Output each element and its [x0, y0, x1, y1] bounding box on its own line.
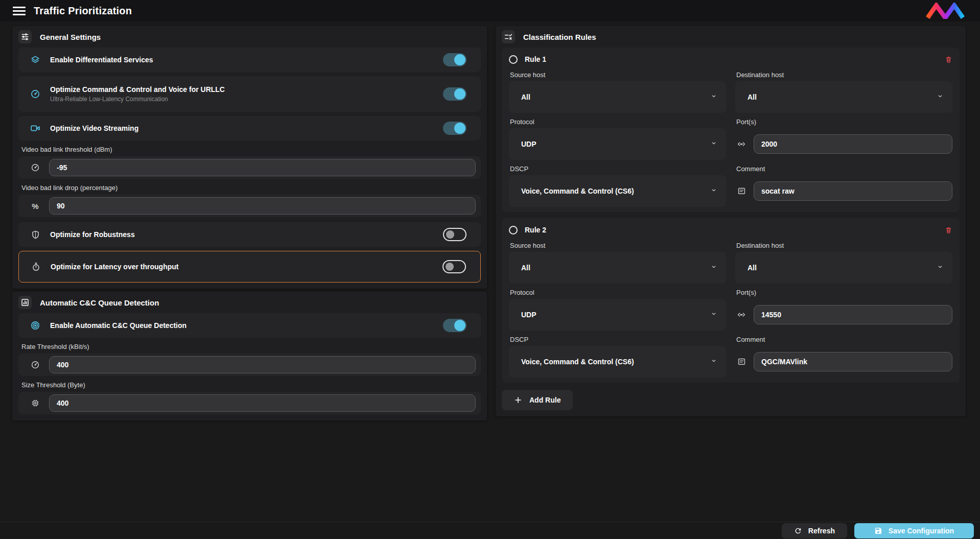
- rule-icon: [502, 30, 515, 43]
- delete-rule-icon[interactable]: [945, 56, 952, 63]
- urllc-label: Optimize Command & Control and Voice for…: [50, 85, 434, 93]
- ports-label: Port(s): [736, 289, 952, 296]
- auto-enable-toggle[interactable]: [443, 319, 466, 332]
- destination-host-label: Destination host: [736, 71, 952, 79]
- refresh-label: Refresh: [808, 527, 835, 535]
- rule-header: Rule 1: [509, 53, 952, 66]
- source-host-label: Source host: [510, 242, 726, 249]
- code-brackets-icon: [735, 139, 748, 149]
- classification-rules-header: Classification Rules: [502, 32, 960, 48]
- video-drop-input[interactable]: [49, 197, 476, 215]
- m-logo-icon: [924, 3, 967, 19]
- rule-header: Rule 2: [509, 223, 952, 237]
- menu-icon[interactable]: [13, 7, 26, 15]
- video-row: Optimize Video Streaming: [18, 116, 481, 140]
- video-camera-icon: [30, 123, 41, 133]
- refresh-icon: [794, 527, 802, 535]
- chevron-down-icon: [936, 92, 944, 102]
- percent-icon: %: [30, 202, 41, 210]
- latency-label: Optimize for Latency over throughput: [51, 263, 433, 271]
- dscp-cell: DSCP Voice, Command & Control (CS6): [509, 336, 726, 378]
- source-host-value: All: [521, 264, 710, 272]
- left-column: General Settings Enable Differentiated S…: [12, 26, 487, 420]
- urllc-toggle[interactable]: [443, 87, 466, 101]
- size-threshold-row: [18, 392, 481, 414]
- add-rule-label: Add Rule: [529, 396, 561, 404]
- protocol-cell: Protocol UDP: [509, 289, 726, 331]
- layers-icon: [30, 55, 41, 65]
- shield-icon: [30, 230, 41, 240]
- destination-host-select[interactable]: All: [735, 81, 952, 113]
- delete-rule-icon[interactable]: [945, 226, 952, 234]
- comment-icon: [735, 357, 748, 367]
- add-rule-button[interactable]: Add Rule: [502, 390, 573, 410]
- radio-circle-icon[interactable]: [509, 55, 518, 64]
- video-threshold-input[interactable]: [49, 159, 476, 176]
- ports-cell: Port(s): [735, 289, 952, 331]
- dscp-label: DSCP: [510, 336, 726, 343]
- protocol-select[interactable]: UDP: [509, 128, 726, 160]
- ports-label: Port(s): [736, 118, 952, 126]
- destination-host-label: Destination host: [736, 242, 952, 249]
- save-configuration-button[interactable]: Save Configuration: [854, 523, 974, 538]
- rule-card: Rule 1 Source host All: [502, 48, 960, 212]
- video-toggle[interactable]: [443, 122, 466, 135]
- ports-input[interactable]: [754, 305, 952, 324]
- bar-chart-icon: [18, 296, 32, 309]
- source-host-cell: Source host All: [509, 71, 726, 113]
- robustness-toggle[interactable]: [443, 228, 466, 241]
- radar-icon: [30, 320, 41, 331]
- source-host-cell: Source host All: [509, 242, 726, 284]
- rate-threshold-row: [18, 354, 481, 376]
- footer-bar: Refresh Save Configuration: [0, 522, 980, 539]
- page-title: Traffic Prioritization: [34, 5, 132, 17]
- rate-threshold-input[interactable]: [49, 356, 476, 373]
- comment-input[interactable]: [754, 352, 952, 371]
- video-drop-row: %: [18, 195, 481, 217]
- comment-label: Comment: [736, 336, 952, 343]
- dscp-value: Voice, Command & Control (CS6): [521, 187, 710, 195]
- robustness-row: Optimize for Robustness: [18, 222, 481, 247]
- size-threshold-label: Size Threshold (Byte): [21, 381, 480, 389]
- rate-threshold-label: Rate Threshold (kBit/s): [21, 343, 480, 350]
- diffserv-toggle[interactable]: [443, 53, 466, 66]
- urllc-row: Optimize Command & Control and Voice for…: [18, 76, 481, 112]
- dscp-label: DSCP: [510, 165, 726, 173]
- comment-cell: Comment: [735, 336, 952, 378]
- auto-enable-row: Enable Automatic C&C Queue Detection: [18, 313, 481, 338]
- rule-fields-grid: Source host All Destination host All: [509, 242, 952, 378]
- panel-title: Classification Rules: [523, 33, 596, 41]
- rule-name: Rule 2: [525, 226, 938, 234]
- latency-toggle[interactable]: [442, 260, 466, 273]
- save-configuration-label: Save Configuration: [889, 527, 954, 535]
- rule-card: Rule 2 Source host All: [502, 218, 960, 383]
- source-host-select[interactable]: All: [509, 252, 726, 284]
- stopwatch-icon: [30, 262, 41, 272]
- refresh-button[interactable]: Refresh: [782, 523, 847, 538]
- protocol-select[interactable]: UDP: [509, 299, 726, 331]
- dscp-select[interactable]: Voice, Command & Control (CS6): [509, 175, 726, 207]
- tune-icon: [18, 30, 32, 43]
- radio-circle-icon[interactable]: [509, 226, 518, 235]
- destination-host-value: All: [748, 93, 936, 101]
- gauge-icon: [30, 360, 41, 369]
- source-host-select[interactable]: All: [509, 81, 726, 113]
- robustness-label: Optimize for Robustness: [50, 230, 434, 239]
- dscp-select[interactable]: Voice, Command & Control (CS6): [509, 346, 726, 378]
- chip-icon: [30, 399, 41, 408]
- main-content: General Settings Enable Differentiated S…: [0, 21, 980, 522]
- dscp-value: Voice, Command & Control (CS6): [521, 358, 710, 366]
- source-host-value: All: [521, 93, 710, 101]
- dscp-cell: DSCP Voice, Command & Control (CS6): [509, 165, 726, 207]
- ports-input[interactable]: [754, 134, 952, 154]
- comment-input[interactable]: [754, 181, 952, 201]
- chevron-down-icon: [710, 357, 718, 367]
- video-label: Optimize Video Streaming: [50, 124, 434, 132]
- size-threshold-input[interactable]: [49, 394, 476, 412]
- protocol-cell: Protocol UDP: [509, 118, 726, 160]
- source-host-label: Source host: [510, 71, 726, 79]
- destination-host-select[interactable]: All: [735, 252, 952, 284]
- diffserv-row: Enable Differentiated Services: [18, 48, 481, 72]
- brand-logo: [924, 3, 967, 19]
- latency-row: Optimize for Latency over throughput: [18, 251, 481, 283]
